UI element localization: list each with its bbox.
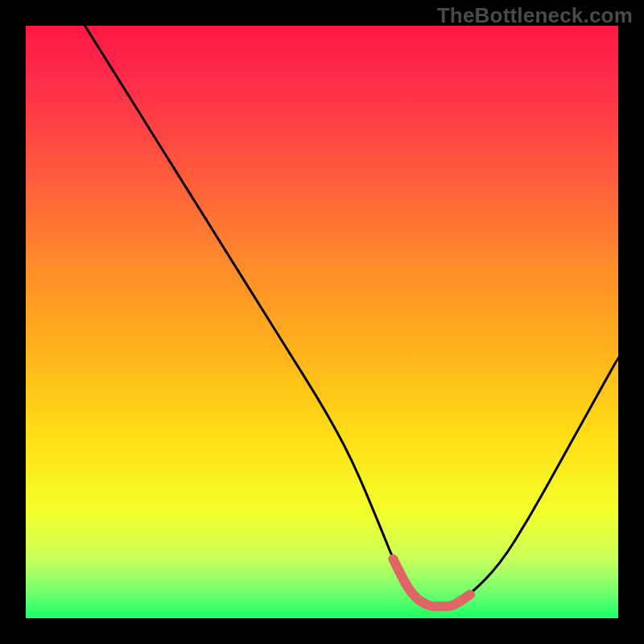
watermark-text: TheBottleneck.com xyxy=(437,3,633,28)
chart-frame: TheBottleneck.com xyxy=(0,0,644,644)
bottleneck-chart xyxy=(0,0,644,644)
plot-background xyxy=(26,26,618,618)
